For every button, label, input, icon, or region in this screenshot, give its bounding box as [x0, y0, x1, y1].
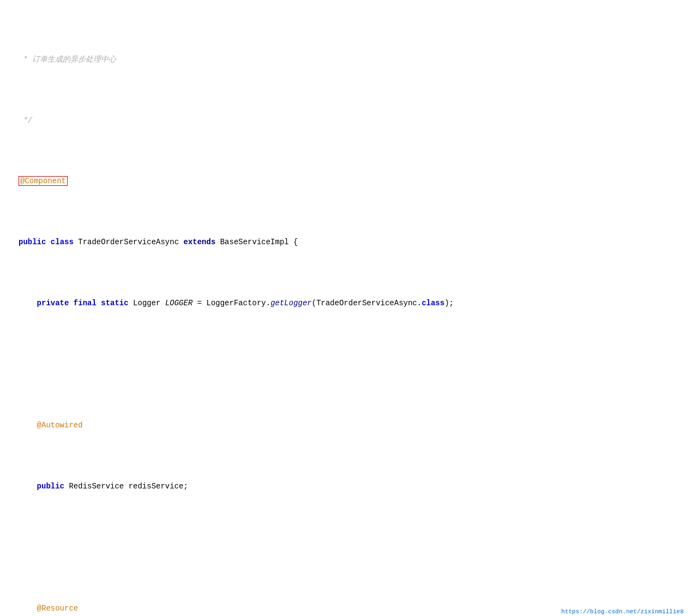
line-content: public RedisService redisService; [16, 480, 688, 492]
kw: final [74, 299, 96, 307]
line-num [0, 53, 16, 65]
line-num [0, 114, 16, 126]
line-component: @Component [0, 175, 688, 187]
line: */ [0, 114, 688, 126]
line: public class TradeOrderServiceAsync exte… [0, 236, 688, 248]
line: private final static Logger LOGGER = Log… [0, 297, 688, 309]
line: public RedisService redisService; [0, 480, 688, 492]
line-num [0, 602, 16, 614]
comment-close: */ [16, 114, 688, 126]
kw-class: class [421, 299, 444, 307]
line-num [0, 419, 16, 431]
line-num [0, 358, 16, 370]
kw: static [101, 299, 128, 307]
line-content [16, 358, 688, 370]
code-container: * 订单生成的异步处理中心 */ @Component public class… [0, 0, 688, 616]
method: getLogger [270, 299, 312, 307]
logger-var: LOGGER [165, 299, 192, 307]
kw: public [37, 482, 64, 491]
line-blank [0, 358, 688, 370]
line-content [16, 541, 688, 553]
keyword-public: public [19, 238, 46, 246]
component-annotation: @Component [19, 176, 68, 186]
bottom-bar: https://blog.csdn.net/zixinmillie8 [557, 607, 688, 616]
line-content: @Component [16, 175, 688, 187]
kw: private [37, 299, 69, 307]
line-num [0, 541, 16, 553]
comment-text: * 订单生成的异步处理中心 [16, 53, 688, 65]
autowired-annotation: @Autowired [37, 421, 83, 430]
resource-annotation-1: @Resource [37, 604, 79, 613]
keyword-extends: extends [183, 238, 215, 246]
line-num [0, 175, 16, 187]
line-num [0, 297, 16, 309]
line-num [0, 480, 16, 492]
line-content: public class TradeOrderServiceAsync exte… [16, 236, 688, 248]
line-content: @Autowired [16, 419, 688, 431]
line: * 订单生成的异步处理中心 [0, 53, 688, 65]
line: @Autowired [0, 419, 688, 431]
blog-link: https://blog.csdn.net/zixinmillie8 [562, 608, 684, 615]
line-content: private final static Logger LOGGER = Log… [16, 297, 688, 309]
line-blank [0, 541, 688, 553]
keyword-class: class [51, 238, 74, 246]
line-num [0, 236, 16, 248]
